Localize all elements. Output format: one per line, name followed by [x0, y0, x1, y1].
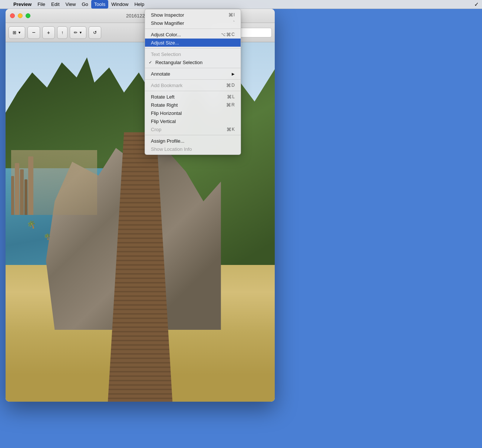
separator-6 [145, 135, 241, 135]
crop-shortcut: ⌘K [227, 127, 235, 132]
apple-menu[interactable] [3, 0, 10, 9]
menubar-view[interactable]: View [63, 0, 79, 9]
share-button[interactable]: ↑ [57, 26, 67, 39]
menubar-right: ✓ [474, 1, 479, 8]
zoom-in-icon: + [47, 30, 50, 36]
menu-show-inspector[interactable]: Show Inspector ⌘I [145, 11, 241, 19]
menubar: Preview File Edit View Go Tools Window H… [0, 0, 482, 9]
zoom-out-button[interactable]: − [27, 26, 40, 39]
menu-show-magnifier[interactable]: Show Magnifier ` [145, 19, 241, 27]
menu-adjust-color[interactable]: Adjust Color... ⌥⌘C [145, 30, 241, 39]
tools-dropdown-menu: Show Inspector ⌘I Show Magnifier ` Adjus… [145, 9, 241, 155]
menu-rectangular-selection[interactable]: ✓ Rectangular Selection [145, 58, 241, 66]
separator-5 [145, 91, 241, 91]
walkway-container [100, 132, 181, 402]
submenu-arrow-icon: ▶ [232, 72, 235, 76]
view-toggle-button[interactable]: ⊞ ▼ [9, 26, 25, 39]
palm-trees: 🌴 [26, 219, 37, 230]
palm-tree-2: 🌴 [43, 233, 51, 240]
maximize-button[interactable] [26, 13, 30, 18]
zoom-out-icon: − [32, 29, 35, 36]
menubar-help[interactable]: Help [131, 0, 147, 9]
menu-show-location: Show Location Info [145, 145, 241, 153]
add-bookmark-shortcut: ⌘D [226, 83, 235, 88]
separator-2 [145, 48, 241, 49]
menu-rotate-left[interactable]: Rotate Left ⌘L [145, 93, 241, 101]
separator-4 [145, 79, 241, 80]
menubar-window[interactable]: Window [108, 0, 131, 9]
menu-flip-vertical[interactable]: Flip Vertical [145, 117, 241, 125]
town-area [11, 150, 97, 215]
share-icon: ↑ [61, 30, 63, 35]
menubar-edit[interactable]: Edit [48, 0, 62, 9]
show-inspector-shortcut: ⌘I [228, 12, 235, 18]
separator-1 [145, 29, 241, 29]
menubar-file[interactable]: File [34, 0, 48, 9]
task-complete-icon: ✓ [474, 1, 479, 8]
show-magnifier-shortcut: ` [233, 20, 235, 26]
menu-annotate[interactable]: Annotate ▶ [145, 70, 241, 78]
menu-crop: Crop ⌘K [145, 125, 241, 133]
menu-rotate-right[interactable]: Rotate Right ⌘R [145, 101, 241, 109]
menu-assign-profile[interactable]: Assign Profile... [145, 137, 241, 145]
walkway [100, 132, 181, 402]
separator-3 [145, 68, 241, 68]
menubar-tools[interactable]: Tools [91, 0, 108, 9]
minimize-button[interactable] [18, 13, 23, 18]
pen-icon: ✏ [74, 30, 77, 35]
view-arrow: ▼ [18, 31, 21, 34]
annotate-arrow: ▼ [79, 31, 82, 34]
menu-flip-horizontal[interactable]: Flip Horizontal [145, 109, 241, 117]
menu-adjust-size[interactable]: Adjust Size... [145, 39, 241, 47]
zoom-in-button[interactable]: + [42, 26, 55, 39]
menubar-go[interactable]: Go [79, 0, 91, 9]
traffic-lights [10, 13, 30, 18]
view-icon: ⊞ [13, 30, 16, 35]
rotate-button[interactable]: ↺ [89, 26, 101, 39]
close-button[interactable] [10, 13, 15, 18]
rotate-icon: ↺ [93, 30, 97, 35]
annotate-button[interactable]: ✏ ▼ [70, 26, 86, 39]
adjust-color-shortcut: ⌥⌘C [221, 32, 235, 37]
menubar-preview[interactable]: Preview [10, 0, 34, 9]
checkmark-icon: ✓ [149, 60, 152, 65]
menu-add-bookmark: Add Bookmark ⌘D [145, 81, 241, 89]
rotate-left-shortcut: ⌘L [227, 94, 235, 100]
rotate-right-shortcut: ⌘R [226, 102, 235, 108]
menu-text-selection: Text Selection [145, 50, 241, 58]
